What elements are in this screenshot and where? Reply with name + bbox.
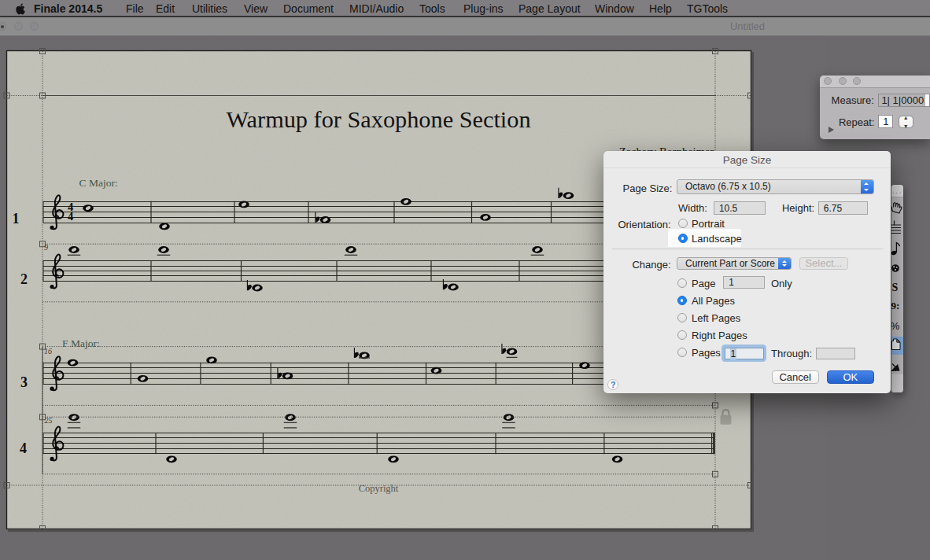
svg-text:2: 2: [20, 271, 28, 287]
svg-text:S: S: [892, 282, 899, 293]
svg-text:1: 1: [13, 211, 20, 227]
svg-text:C Major:: C Major:: [79, 177, 118, 189]
svg-text:4: 4: [68, 210, 73, 223]
svg-text:Copyright: Copyright: [359, 483, 399, 494]
svg-text:9:: 9:: [891, 300, 899, 311]
svg-text:16: 16: [44, 347, 52, 356]
svg-text:9: 9: [44, 243, 48, 252]
svg-text:%: %: [891, 320, 900, 332]
svg-text:3: 3: [20, 374, 28, 390]
svg-text:25: 25: [45, 416, 53, 425]
svg-text:4: 4: [20, 440, 27, 456]
svg-text:Warmup for Saxophone Section: Warmup for Saxophone Section: [226, 106, 530, 133]
svg-text:F Major:: F Major:: [62, 337, 100, 349]
